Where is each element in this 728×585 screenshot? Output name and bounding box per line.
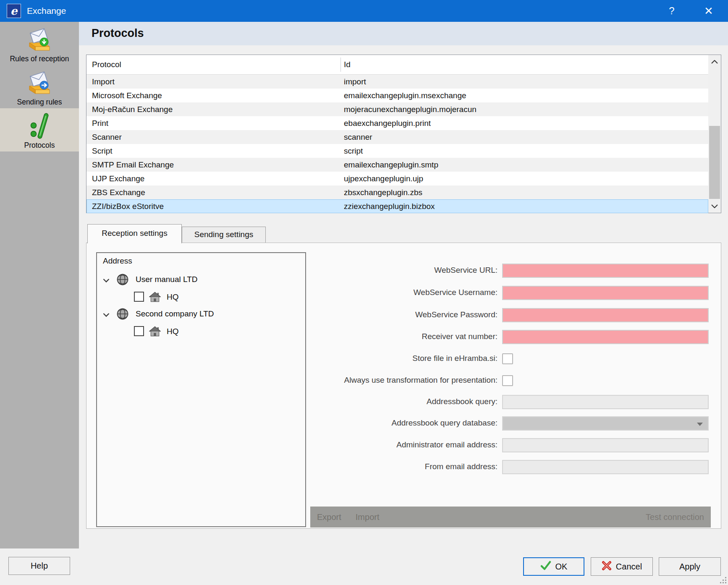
tree-site-row[interactable]: HQ [97, 289, 299, 305]
checkbox-store-file-in-ehramba-si[interactable] [502, 353, 513, 364]
input-webservice-password[interactable] [502, 308, 709, 322]
scroll-down-icon[interactable] [708, 199, 721, 213]
address-groupbox: Address User manual LTDHQSecond company … [96, 252, 306, 527]
sidebar-item-label: Protocols [0, 141, 79, 150]
help-titlebar-button[interactable]: ? [662, 0, 682, 22]
input-webservice-url[interactable] [502, 264, 709, 278]
column-header-id[interactable]: Id [344, 55, 351, 74]
protocol-cell: Scanner [92, 130, 122, 144]
table-row-import[interactable]: Importimport [86, 75, 708, 89]
cancel-x-icon [602, 561, 612, 573]
protocol-cell: Print [92, 116, 108, 130]
checkbox-always-use-transformation-for-presentation[interactable] [502, 375, 513, 386]
apply-button[interactable]: Apply [659, 557, 721, 576]
tab-sending-settings[interactable]: Sending settings [182, 227, 266, 243]
site-checkbox[interactable] [134, 326, 144, 336]
tree-company-label: Second company LTD [136, 306, 214, 322]
tree-company-row[interactable]: User manual LTD [97, 272, 299, 287]
id-cell: ebaexchangeplugin.print [344, 116, 431, 130]
chevron-down-icon[interactable] [103, 277, 110, 285]
id-cell: zziexchangeplugin.bizbox [344, 199, 435, 213]
form-label-always-use-transformation-for-presentation: Always use transformation for presentati… [285, 376, 498, 385]
panel-action-bar: ExportImportTest connection [310, 507, 711, 528]
action-export[interactable]: Export [317, 512, 341, 522]
input-webservice-username[interactable] [502, 286, 709, 300]
scrollbar-thumb[interactable] [709, 126, 720, 201]
dropdown-addressbook-query-database[interactable] [502, 416, 709, 431]
table-scrollbar[interactable] [708, 55, 721, 213]
close-button[interactable]: ✕ [697, 0, 720, 22]
ok-check-icon [540, 561, 551, 573]
protocol-cell: Microsoft Exchange [92, 89, 162, 102]
id-cell: zbsxchangeplugin.zbs [344, 185, 422, 199]
reception-rules-icon [0, 26, 79, 54]
protocol-cell: ZZI/bizBox eStoritve [92, 199, 164, 213]
house-icon [149, 326, 161, 339]
house-icon [149, 291, 161, 304]
chevron-down-icon[interactable] [103, 311, 110, 319]
scroll-up-icon[interactable] [708, 55, 721, 69]
protocols-table: Protocol Id ImportimportMicrosoft Exchan… [86, 55, 721, 213]
column-header-protocol[interactable]: Protocol [92, 55, 121, 74]
page-header: Protocols [79, 22, 728, 45]
id-cell: mojeracunexchangeplugin.mojeracun [344, 102, 477, 116]
form-label-webservice-url: WebService URL: [285, 266, 498, 275]
table-row-print[interactable]: Printebaexchangeplugin.print [86, 116, 708, 130]
help-button[interactable]: Help [8, 557, 70, 575]
protocol-cell: Import [92, 75, 115, 89]
table-row-script[interactable]: Scriptscript [86, 144, 708, 158]
protocol-cell: Script [92, 144, 113, 158]
protocol-cell: SMTP Email Exchange [92, 158, 174, 172]
id-cell: ujpexchangeplugin.ujp [344, 172, 423, 185]
action-test-connection[interactable]: Test connection [646, 512, 704, 522]
id-cell: scanner [344, 130, 372, 144]
form-label-administrator-email-address: Administrator email address: [285, 440, 498, 449]
form-label-addressbook-query: Addressbook query: [285, 397, 498, 406]
ok-button-label: OK [555, 562, 568, 572]
site-checkbox[interactable] [134, 292, 144, 302]
sidebar-item-label: Sending rules [0, 98, 79, 107]
sending-rules-icon [0, 69, 79, 97]
tree-site-label: HQ [167, 289, 179, 305]
window-title: Exchange [27, 0, 66, 22]
sidebar-item-rules-of-reception[interactable]: Rules of reception [0, 22, 79, 65]
tree-company-label: User manual LTD [136, 272, 197, 287]
tree-site-row[interactable]: HQ [97, 324, 299, 340]
table-row-moj-era-un-exchange[interactable]: Moj-eRačun Exchangemojeracunexchangeplug… [86, 102, 708, 116]
action-import[interactable]: Import [356, 512, 380, 522]
table-row-scanner[interactable]: Scannerscanner [86, 130, 708, 144]
dropdown-arrow-icon [697, 423, 703, 426]
ok-button[interactable]: OK [523, 557, 584, 576]
input-addressbook-query[interactable] [502, 395, 709, 409]
sidebar: Rules of receptionSending rulesProtocols [0, 22, 79, 548]
tree-company-row[interactable]: Second company LTD [97, 306, 299, 322]
table-row-microsoft-exchange[interactable]: Microsoft Exchangeemailexchangeplugin.ms… [86, 89, 708, 102]
resize-grip[interactable] [718, 575, 726, 583]
table-row-ujp-exchange[interactable]: UJP Exchangeujpexchangeplugin.ujp [86, 172, 708, 185]
sidebar-item-sending-rules[interactable]: Sending rules [0, 65, 79, 108]
input-administrator-email-address[interactable] [502, 438, 709, 452]
form-label-store-file-in-ehramba-si: Store file in eHramba.si: [285, 354, 498, 363]
globe-icon [116, 308, 129, 322]
table-header: Protocol Id [86, 55, 721, 75]
id-cell: script [344, 144, 363, 158]
cancel-button[interactable]: Cancel [591, 557, 653, 576]
table-row-smtp-email-exchange[interactable]: SMTP Email Exchangeemailexchangeplugin.s… [86, 158, 708, 172]
tab-reception-settings[interactable]: Reception settings [87, 224, 182, 243]
app-logo-icon: e [7, 4, 21, 18]
cancel-button-label: Cancel [616, 562, 642, 572]
table-row-zzi-bizbox-estoritve[interactable]: ZZI/bizBox eStoritvezziexchangeplugin.bi… [86, 199, 708, 213]
table-body: ImportimportMicrosoft Exchangeemailexcha… [86, 75, 708, 213]
protocol-cell: ZBS Exchange [92, 185, 145, 199]
id-cell: emailexchangeplugin.smtp [344, 158, 438, 172]
sidebar-item-protocols[interactable]: Protocols [0, 108, 79, 151]
column-divider [340, 57, 341, 72]
form-label-receiver-vat-number: Receiver vat number: [285, 332, 498, 341]
protocol-cell: Moj-eRačun Exchange [92, 102, 173, 116]
input-receiver-vat-number[interactable] [502, 330, 709, 344]
title-bar: e Exchange ? ✕ [0, 0, 728, 22]
page-title: Protocols [92, 27, 144, 40]
table-row-zbs-exchange[interactable]: ZBS Exchangezbsxchangeplugin.zbs [86, 185, 708, 199]
form-label-webservice-username: WebService Username: [285, 288, 498, 297]
input-from-email-address[interactable] [502, 460, 709, 474]
